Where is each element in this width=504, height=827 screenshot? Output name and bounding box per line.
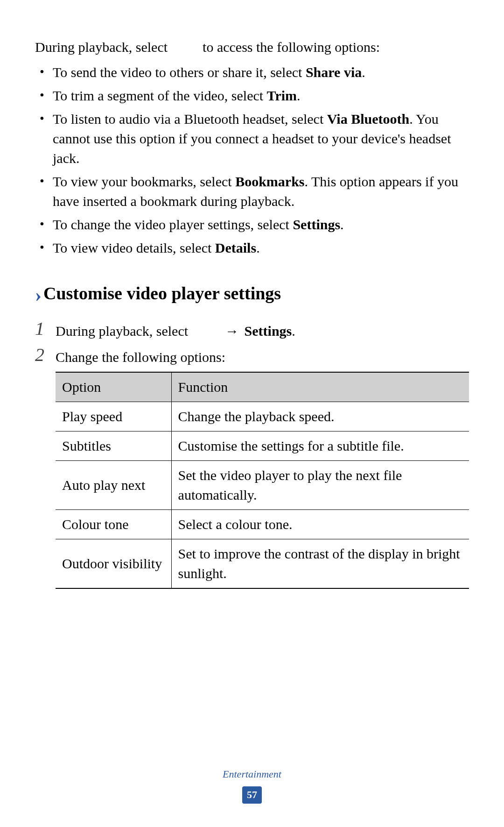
table-row: Play speed Change the playback speed. — [56, 402, 469, 431]
list-item: To view your bookmarks, select Bookmarks… — [35, 172, 469, 211]
list-item: To trim a segment of the video, select T… — [35, 86, 469, 106]
cell-function: Set to improve the contrast of the displ… — [171, 539, 469, 588]
heading-text: Customise video player settings — [43, 283, 281, 303]
page-content: During playback, select to access the fo… — [0, 0, 504, 589]
step-text: During playback, select → Settings. — [56, 318, 469, 341]
cell-function: Select a colour tone. — [171, 509, 469, 539]
header-option: Option — [56, 372, 171, 402]
intro-prefix: During playback, select — [35, 39, 168, 55]
header-function: Function — [171, 372, 469, 402]
cell-option: Auto play next — [56, 460, 171, 509]
bullet-bold: Settings — [293, 217, 340, 232]
bullet-text: To listen to audio via a Bluetooth heads… — [53, 111, 327, 127]
section-heading: ›Customise video player settings — [35, 281, 469, 309]
step-2: 2 Change the following options: — [35, 344, 469, 367]
bullet-text: To change the video player settings, sel… — [53, 217, 293, 232]
table-row: Colour tone Select a colour tone. — [56, 509, 469, 539]
chevron-right-icon: › — [35, 284, 42, 306]
step-1: 1 During playback, select → Settings. — [35, 318, 469, 341]
table-row: Subtitles Customise the settings for a s… — [56, 431, 469, 460]
page-footer: Entertainment 57 — [0, 767, 504, 804]
step-pre: During playback, select — [56, 323, 192, 339]
step-number: 2 — [35, 344, 56, 365]
list-item: To listen to audio via a Bluetooth heads… — [35, 109, 469, 168]
bullet-bold: Details — [215, 240, 256, 255]
cell-option: Subtitles — [56, 431, 171, 460]
bullet-bold: Share via — [306, 64, 362, 80]
cell-option: Colour tone — [56, 509, 171, 539]
list-item: To send the video to others or share it,… — [35, 63, 469, 82]
step-bold: Settings — [245, 323, 292, 339]
list-item: To view video details, select Details. — [35, 238, 469, 258]
bullet-text: To view video details, select — [53, 240, 215, 255]
step-post: . — [292, 323, 295, 339]
bullet-post: . — [340, 217, 344, 232]
bullet-post: . — [362, 64, 365, 80]
bullet-text: To trim a segment of the video, select — [53, 88, 267, 103]
bullet-post: . — [256, 240, 260, 255]
cell-function: Set the video player to play the next fi… — [171, 460, 469, 509]
options-list: To send the video to others or share it,… — [35, 63, 469, 258]
bullet-text: To send the video to others or share it,… — [53, 64, 306, 80]
footer-section-label: Entertainment — [0, 767, 504, 782]
bullet-bold: Trim — [267, 88, 297, 103]
bullet-post: . — [297, 88, 301, 103]
cell-function: Customise the settings for a subtitle fi… — [171, 431, 469, 460]
cell-function: Change the playback speed. — [171, 402, 469, 431]
intro-line: During playback, select to access the fo… — [35, 37, 469, 57]
step-text: Change the following options: — [56, 344, 469, 367]
arrow-icon: → — [225, 323, 239, 339]
table-header-row: Option Function — [56, 372, 469, 402]
list-item: To change the video player settings, sel… — [35, 215, 469, 234]
options-table: Option Function Play speed Change the pl… — [56, 372, 469, 589]
step-number: 1 — [35, 318, 56, 339]
bullet-bold: Bookmarks — [235, 174, 304, 189]
table-row: Auto play next Set the video player to p… — [56, 460, 469, 509]
table-row: Outdoor visibility Set to improve the co… — [56, 539, 469, 588]
cell-option: Outdoor visibility — [56, 539, 171, 588]
intro-suffix: to access the following options: — [203, 39, 380, 55]
cell-option: Play speed — [56, 402, 171, 431]
bullet-bold: Via Bluetooth — [327, 111, 409, 127]
bullet-text: To view your bookmarks, select — [53, 174, 235, 189]
page-number: 57 — [242, 786, 262, 804]
